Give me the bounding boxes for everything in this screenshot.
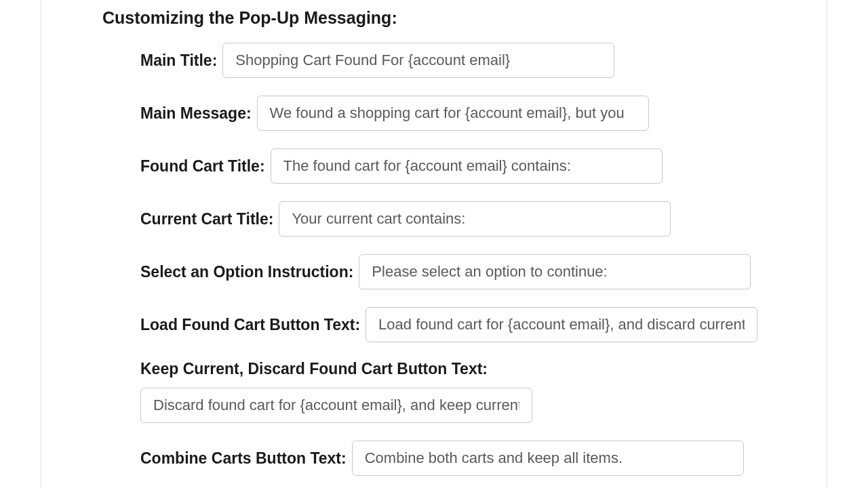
- field-found-cart-title: Found Cart Title:: [102, 148, 766, 184]
- field-load-found: Load Found Cart Button Text:: [102, 307, 766, 342]
- field-keep-current: Keep Current, Discard Found Cart Button …: [102, 360, 766, 423]
- field-combine: Combine Carts Button Text:: [102, 441, 766, 476]
- current-cart-title-input[interactable]: [279, 201, 671, 237]
- keep-current-label: Keep Current, Discard Found Cart Button …: [140, 360, 760, 378]
- found-cart-title-label: Found Cart Title:: [140, 157, 265, 176]
- keep-current-input[interactable]: [140, 388, 532, 423]
- main-message-input[interactable]: [257, 96, 649, 131]
- section-heading: Customizing the Pop-Up Messaging:: [102, 8, 766, 28]
- main-title-input[interactable]: [222, 43, 614, 78]
- combine-input[interactable]: [352, 441, 744, 476]
- field-select-option: Select an Option Instruction:: [102, 254, 766, 289]
- main-message-label: Main Message:: [140, 104, 252, 123]
- current-cart-title-label: Current Cart Title:: [140, 210, 273, 228]
- field-main-title: Main Title:: [102, 43, 766, 78]
- found-cart-title-input[interactable]: [271, 148, 663, 184]
- load-found-label: Load Found Cart Button Text:: [140, 316, 360, 334]
- load-found-input[interactable]: [366, 307, 757, 342]
- field-main-message: Main Message:: [102, 96, 766, 131]
- field-current-cart-title: Current Cart Title:: [102, 201, 766, 237]
- main-title-label: Main Title:: [140, 52, 217, 70]
- select-option-label: Select an Option Instruction:: [140, 263, 353, 281]
- select-option-input[interactable]: [359, 254, 751, 289]
- settings-panel: Customizing the Pop-Up Messaging: Main T…: [41, 0, 827, 488]
- combine-label: Combine Carts Button Text:: [140, 449, 347, 468]
